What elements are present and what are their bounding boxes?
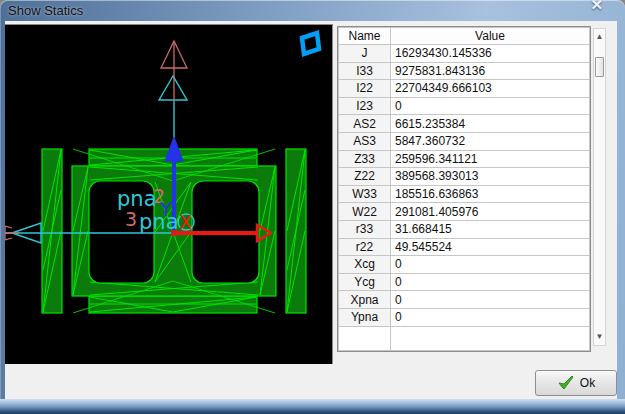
table-row[interactable]: Xpna0 [339, 291, 590, 309]
property-value-cell[interactable]: 259596.341121 [391, 150, 590, 168]
property-value-cell[interactable]: 185516.636863 [391, 185, 590, 203]
property-name-cell[interactable]: J [339, 45, 391, 63]
axis-x-label: X [179, 211, 192, 233]
property-value-cell[interactable]: 0 [391, 308, 590, 326]
statics-table: Name Value J16293430.145336I339275831.84… [338, 27, 590, 351]
property-name-cell[interactable]: Z22 [339, 168, 391, 186]
name-column-header: Name [339, 28, 391, 45]
section-drawing: pna 2 Y 3 pna X [5, 25, 333, 365]
table-header-row: Name Value [339, 28, 590, 45]
property-name-cell[interactable]: Ycg [339, 273, 391, 291]
axis-3-label: 3 [125, 208, 137, 230]
property-value-cell[interactable]: 0 [391, 256, 590, 274]
property-name-cell[interactable]: I33 [339, 62, 391, 80]
property-name-cell[interactable]: Z33 [339, 150, 391, 168]
property-name-cell[interactable]: AS2 [339, 115, 391, 133]
statics-table-panel: Name Value J16293430.145336I339275831.84… [337, 26, 591, 352]
table-row[interactable]: I230 [339, 97, 590, 115]
property-name-cell[interactable]: AS3 [339, 132, 391, 150]
table-row[interactable]: AS35847.360732 [339, 132, 590, 150]
table-row[interactable]: AS26615.235384 [339, 115, 590, 133]
table-row[interactable]: W22291081.405976 [339, 203, 590, 221]
property-value-cell[interactable]: 291081.405976 [391, 203, 590, 221]
value-column-header: Value [391, 28, 590, 45]
property-value-cell[interactable]: 0 [391, 291, 590, 309]
axis-2-arrowhead-icon [159, 76, 187, 100]
pna-lower-label: pna [139, 210, 179, 234]
scroll-down-icon[interactable]: ▼ [594, 333, 605, 341]
scroll-up-icon[interactable]: ▲ [594, 33, 605, 41]
orientation-flag-icon[interactable] [302, 33, 319, 54]
property-value-cell[interactable]: 5847.360732 [391, 132, 590, 150]
property-value-cell[interactable]: 22704349.666103 [391, 80, 590, 98]
window-title: Show Statics [8, 1, 83, 21]
property-name-cell[interactable]: W22 [339, 203, 391, 221]
property-name-cell[interactable]: Xcg [339, 256, 391, 274]
property-name-cell[interactable]: r22 [339, 238, 391, 256]
close-icon[interactable]: ✕ [590, 0, 603, 13]
empty-row [339, 326, 590, 350]
property-name-cell[interactable]: I22 [339, 80, 391, 98]
table-row[interactable]: r3331.668415 [339, 220, 590, 238]
table-scrollbar[interactable]: ▲ ▼ [593, 28, 606, 346]
property-value-cell[interactable]: 49.545524 [391, 238, 590, 256]
table-row[interactable]: J16293430.145336 [339, 45, 590, 63]
property-value-cell[interactable]: 9275831.843136 [391, 62, 590, 80]
ok-button-label: Ok [580, 376, 595, 390]
property-name-cell[interactable]: Xpna [339, 291, 391, 309]
table-row[interactable]: Ypna0 [339, 308, 590, 326]
property-value-cell[interactable]: 389568.393013 [391, 168, 590, 186]
property-name-cell[interactable]: Ypna [339, 308, 391, 326]
property-value-cell[interactable]: 0 [391, 97, 590, 115]
section-viewport[interactable]: pna 2 Y 3 pna X [5, 24, 333, 364]
scrollbar-thumb[interactable] [595, 57, 604, 77]
show-statics-dialog: Show Statics ✕ [0, 0, 625, 414]
property-value-cell[interactable]: 16293430.145336 [391, 45, 590, 63]
table-row[interactable]: Z33259596.341121 [339, 150, 590, 168]
table-row[interactable]: r2249.545524 [339, 238, 590, 256]
property-value-cell[interactable]: 6615.235384 [391, 115, 590, 133]
window-bottom-border [0, 399, 625, 414]
ok-button[interactable]: Ok [535, 370, 617, 396]
property-name-cell[interactable]: r33 [339, 220, 391, 238]
table-row[interactable]: I2222704349.666103 [339, 80, 590, 98]
stats-table-body: J16293430.145336I339275831.843136I222270… [339, 45, 590, 351]
check-icon [557, 375, 575, 391]
table-row[interactable]: I339275831.843136 [339, 62, 590, 80]
property-name-cell[interactable]: I23 [339, 97, 391, 115]
table-row[interactable]: Xcg0 [339, 256, 590, 274]
property-name-cell[interactable]: W33 [339, 185, 391, 203]
table-row[interactable]: Ycg0 [339, 273, 590, 291]
property-value-cell[interactable]: 31.668415 [391, 220, 590, 238]
property-value-cell[interactable]: 0 [391, 273, 590, 291]
table-row[interactable]: Z22389568.393013 [339, 168, 590, 186]
table-row[interactable]: W33185516.636863 [339, 185, 590, 203]
dialog-client-area: pna 2 Y 3 pna X Name Value [5, 21, 617, 399]
title-bar[interactable]: Show Statics ✕ [0, 0, 625, 21]
